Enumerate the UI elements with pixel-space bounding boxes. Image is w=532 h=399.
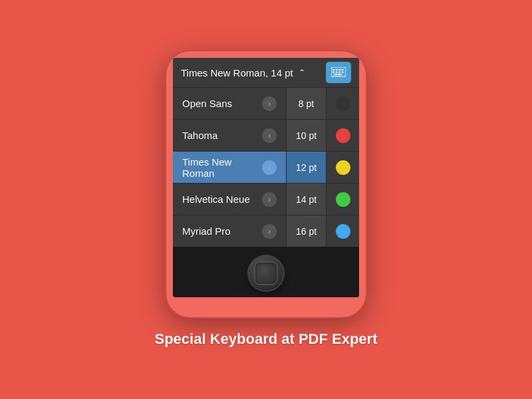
color-dot-3: [336, 192, 350, 207]
color-cell-1[interactable]: [326, 120, 359, 151]
chevron-right-icon-0: ›: [262, 96, 277, 111]
font-name-myriad-pro: Myriad Pro: [182, 225, 231, 237]
size-label-3: 14 pt: [296, 194, 317, 205]
font-row-tahoma[interactable]: Tahoma › 10 pt: [173, 119, 359, 151]
selected-font-display: Times New Roman, 14 pt: [181, 67, 293, 78]
font-row-helvetica-neue[interactable]: Helvetica Neue › 14 pt: [173, 183, 359, 215]
page-wrapper: Times New Roman, 14 pt ⌃: [155, 51, 378, 348]
top-bar-left: Times New Roman, 14 pt ⌃: [181, 67, 326, 78]
color-cell-2[interactable]: [326, 152, 359, 183]
size-cell-4[interactable]: 16 pt: [286, 215, 326, 247]
svg-rect-4: [342, 69, 344, 70]
font-name-tahoma: Tahoma: [182, 130, 217, 141]
top-bar: Times New Roman, 14 pt ⌃: [173, 58, 359, 87]
tagline: Special Keyboard at PDF Expert: [155, 331, 378, 348]
chevron-right-icon-3: ›: [262, 192, 277, 207]
home-button-inner: [255, 263, 277, 284]
size-cell-2[interactable]: 12 pt: [286, 152, 326, 183]
size-label-2: 12 pt: [296, 162, 317, 173]
font-name-times-new-roman: Times New Roman: [182, 156, 262, 179]
phone-screen: Times New Roman, 14 pt ⌃: [173, 58, 359, 297]
font-cell-helvetica-neue: Helvetica Neue ›: [173, 192, 286, 207]
font-cell-tahoma: Tahoma ›: [173, 128, 286, 143]
font-name-helvetica-neue: Helvetica Neue: [182, 194, 250, 205]
color-dot-1: [336, 128, 350, 143]
font-name-open-sans: Open Sans: [182, 98, 232, 109]
font-cell-open-sans: Open Sans ›: [173, 96, 286, 111]
font-cell-times-new-roman: Times New Roman ›: [173, 156, 286, 179]
chevron-right-icon-1: ›: [262, 128, 277, 143]
font-row-open-sans[interactable]: Open Sans › 8 pt: [173, 87, 359, 119]
chevron-right-icon-4: ›: [262, 224, 277, 239]
home-area: [173, 247, 359, 297]
font-cell-myriad-pro: Myriad Pro ›: [173, 224, 286, 239]
size-label-4: 16 pt: [296, 226, 317, 237]
svg-rect-8: [342, 72, 344, 73]
svg-rect-1: [332, 69, 334, 70]
font-row-times-new-roman[interactable]: Times New Roman › 12 pt: [173, 151, 359, 183]
svg-rect-9: [334, 74, 342, 75]
color-dot-0: [336, 96, 350, 111]
font-row-myriad-pro[interactable]: Myriad Pro › 16 pt: [173, 215, 359, 247]
size-label-1: 10 pt: [296, 130, 317, 141]
size-cell-0[interactable]: 8 pt: [286, 88, 326, 119]
svg-rect-3: [338, 69, 340, 70]
svg-rect-2: [336, 69, 338, 70]
svg-rect-7: [338, 72, 340, 73]
font-list: Open Sans › 8 pt Tahoma ›: [173, 87, 359, 247]
keyboard-icon: [331, 67, 346, 78]
size-cell-1[interactable]: 10 pt: [286, 120, 326, 151]
color-cell-3[interactable]: [326, 184, 359, 215]
color-cell-4[interactable]: [326, 215, 359, 247]
svg-rect-6: [336, 72, 338, 73]
size-cell-3[interactable]: 14 pt: [286, 184, 326, 215]
color-dot-4: [336, 224, 350, 239]
chevron-up-icon: ⌃: [299, 68, 305, 77]
svg-rect-5: [332, 72, 334, 73]
color-cell-0[interactable]: [326, 88, 359, 119]
chevron-right-icon-2: ›: [262, 160, 277, 175]
phone-shell: Times New Roman, 14 pt ⌃: [166, 51, 366, 317]
home-button[interactable]: [249, 256, 283, 291]
color-dot-2: [336, 160, 350, 175]
size-label-0: 8 pt: [299, 98, 314, 109]
keyboard-button[interactable]: [326, 62, 351, 83]
